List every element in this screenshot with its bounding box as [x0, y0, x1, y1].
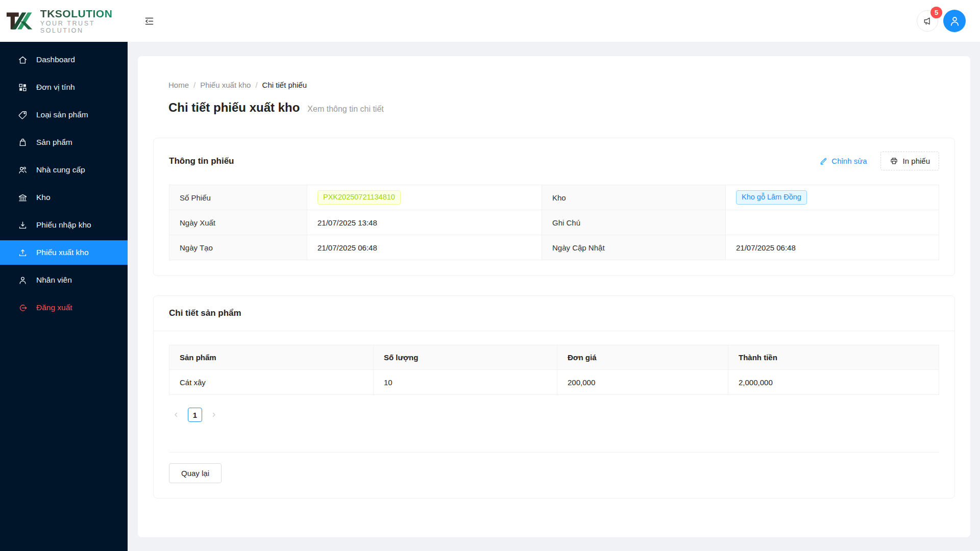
- divider: [169, 452, 939, 453]
- logout-icon: [18, 303, 28, 313]
- brand-logo[interactable]: TKSOLUTION YOUR TRUST SOLUTION: [6, 8, 133, 35]
- print-button[interactable]: In phiếu: [880, 152, 939, 170]
- receipt-number-tag: PXK20250721134810: [317, 190, 401, 205]
- page-1-button[interactable]: 1: [188, 408, 202, 422]
- next-page-button[interactable]: [207, 408, 221, 422]
- sidebar-item-label: Phiếu xuất kho: [36, 248, 89, 257]
- edit-button-label: Chỉnh sửa: [831, 157, 867, 165]
- pagination: 1: [169, 408, 939, 422]
- sidebar-item-label: Nhà cung cấp: [36, 165, 85, 174]
- edit-pen-icon: [819, 157, 828, 165]
- breadcrumb: Home / Phiếu xuất kho / Chi tiết phiếu: [168, 81, 955, 89]
- upload-icon: [18, 248, 28, 258]
- sidebar-item-label: Sản phẩm: [36, 138, 72, 147]
- app-header: TKSOLUTION YOUR TRUST SOLUTION 5: [0, 0, 980, 42]
- column-header: Số lượng: [374, 345, 557, 370]
- info-card: Thông tin phiếu Chỉnh sửa In phiếu Số Ph…: [153, 138, 955, 276]
- sidebar-item-label: Dashboard: [36, 55, 75, 64]
- column-header: Sản phẩm: [169, 345, 374, 370]
- tag-icon: [18, 110, 28, 120]
- chevron-right-icon: [211, 412, 217, 418]
- notifications-button[interactable]: 5: [917, 10, 938, 32]
- brand-mark-icon: [6, 8, 35, 34]
- sidebar-item-label: Nhân viên: [36, 276, 72, 285]
- table-cell-unit-price: 200,000: [557, 370, 728, 395]
- page-subtitle: Xem thông tin chi tiết: [307, 105, 383, 114]
- shopping-bag-icon: [18, 138, 28, 147]
- appstore-icon: [18, 83, 28, 92]
- warehouse-tag: Kho gỗ Lâm Đồng: [736, 190, 807, 205]
- info-value: Kho gỗ Lâm Đồng: [726, 185, 939, 210]
- info-table: Số Phiếu PXK20250721134810 Kho Kho gỗ Lâ…: [169, 185, 939, 260]
- table-cell-quantity: 10: [374, 370, 557, 395]
- sidebar-item-dashboard[interactable]: Dashboard: [0, 47, 128, 72]
- info-value: [726, 210, 939, 235]
- sidebar-item-kho[interactable]: Kho: [0, 185, 128, 210]
- menu-fold-icon: [144, 16, 155, 27]
- breadcrumb-current: Chi tiết phiếu: [262, 81, 307, 89]
- back-button[interactable]: Quay lại: [169, 463, 222, 483]
- products-card: Chi tiết sản phẩm Sản phẩm Số lượng Đơn …: [153, 295, 955, 498]
- info-label: Ghi Chú: [542, 210, 726, 235]
- sidebar-item-nha-cung-cap[interactable]: Nhà cung cấp: [0, 158, 128, 182]
- sidebar-item-loai-san-pham[interactable]: Loại sản phẩm: [0, 103, 128, 127]
- column-header: Thành tiền: [728, 345, 939, 370]
- sidebar-item-label: Phiếu nhập kho: [36, 220, 91, 230]
- main-area: Home / Phiếu xuất kho / Chi tiết phiếu C…: [128, 42, 980, 551]
- info-label: Ngày Cập Nhật: [542, 235, 726, 260]
- info-label: Kho: [542, 185, 726, 210]
- user-avatar-button[interactable]: [943, 10, 966, 32]
- download-icon: [18, 220, 28, 230]
- page-title: Chi tiết phiếu xuất kho: [168, 101, 300, 115]
- user-icon: [18, 276, 28, 285]
- previous-page-button[interactable]: [169, 408, 183, 422]
- sidebar-item-san-pham[interactable]: Sản phẩm: [0, 130, 128, 155]
- info-value: PXK20250721134810: [307, 185, 542, 210]
- team-icon: [18, 165, 28, 175]
- breadcrumb-separator: /: [255, 81, 257, 89]
- sidebar-item-phieu-nhap-kho[interactable]: Phiếu nhập kho: [0, 213, 128, 237]
- table-cell-total: 2,000,000: [728, 370, 939, 395]
- info-label: Ngày Tạo: [169, 235, 307, 260]
- edit-button[interactable]: Chỉnh sửa: [819, 157, 867, 165]
- sidebar-item-nhan-vien[interactable]: Nhân viên: [0, 268, 128, 292]
- column-header: Đơn giá: [557, 345, 728, 370]
- sidebar-item-label: Đơn vị tính: [36, 83, 75, 92]
- products-table: Sản phẩm Số lượng Đơn giá Thành tiền Cát…: [169, 345, 939, 395]
- info-value: 21/07/2025 13:48: [307, 210, 542, 235]
- home-icon: [18, 55, 28, 65]
- sidebar-item-label: Kho: [36, 193, 51, 202]
- info-label: Ngày Xuất: [169, 210, 307, 235]
- bank-icon: [18, 193, 28, 203]
- sidebar-item-don-vi-tinh[interactable]: Đơn vị tính: [0, 75, 128, 99]
- sidebar-item-label: Đăng xuất: [36, 303, 72, 312]
- breadcrumb-home[interactable]: Home: [168, 81, 189, 89]
- products-card-title: Chi tiết sản phẩm: [169, 308, 241, 318]
- user-icon: [949, 15, 961, 27]
- sidebar: Dashboard Đơn vị tính Loại sản phẩm Sản …: [0, 42, 128, 551]
- chevron-left-icon: [173, 412, 179, 418]
- print-button-label: In phiếu: [903, 157, 930, 165]
- sidebar-collapse-button[interactable]: [144, 16, 155, 27]
- table-cell-product: Cát xây: [169, 370, 374, 395]
- info-card-title: Thông tin phiếu: [169, 156, 819, 166]
- info-value: 21/07/2025 06:48: [307, 235, 542, 260]
- page-container: Home / Phiếu xuất kho / Chi tiết phiếu C…: [138, 56, 970, 537]
- printer-icon: [890, 157, 898, 165]
- info-label: Số Phiếu: [169, 185, 307, 210]
- sidebar-item-label: Loại sản phẩm: [36, 110, 88, 119]
- breadcrumb-phieu-xuat-kho[interactable]: Phiếu xuất kho: [200, 81, 251, 89]
- notification-badge: 5: [930, 7, 942, 18]
- megaphone-icon: [922, 16, 933, 27]
- sidebar-item-dang-xuat[interactable]: Đăng xuất: [0, 295, 128, 320]
- info-value: 21/07/2025 06:48: [726, 235, 939, 260]
- brand-name: TKSOLUTION: [40, 8, 133, 19]
- brand-tagline: YOUR TRUST SOLUTION: [40, 20, 133, 35]
- sidebar-item-phieu-xuat-kho[interactable]: Phiếu xuất kho: [0, 240, 128, 265]
- breadcrumb-separator: /: [193, 81, 195, 89]
